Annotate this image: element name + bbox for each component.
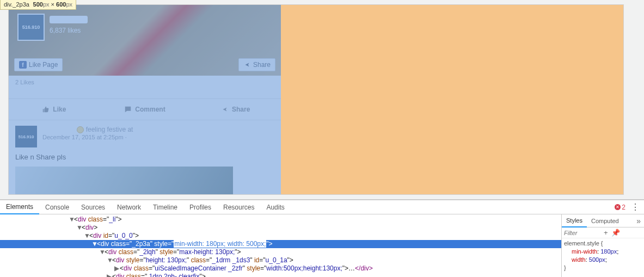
devtools-menu-icon[interactable]: ⋮: [631, 202, 640, 212]
tab-styles[interactable]: Styles: [562, 215, 587, 227]
comment-icon: [124, 106, 132, 113]
css-declaration: width: 500px;: [564, 256, 642, 264]
inspect-margin-overlay: [281, 5, 623, 195]
post-author-redacted: [42, 127, 75, 133]
festive-emoji-icon: [77, 126, 84, 133]
pin-icon[interactable]: 📌: [610, 229, 622, 237]
post-avatar[interactable]: 516.910: [15, 126, 37, 147]
tab-computed[interactable]: Computed: [587, 214, 623, 227]
inspect-tooltip: div._2p3a 500px × 600px: [0, 0, 76, 10]
more-tabs-icon[interactable]: »: [633, 217, 644, 225]
post-actions-bar: Like Comment Share: [9, 99, 281, 120]
share-page-label: Share: [253, 61, 271, 69]
tab-audits[interactable]: Audits: [260, 200, 290, 214]
tab-timeline[interactable]: Timeline: [147, 200, 183, 214]
post-image[interactable]: [15, 167, 233, 195]
post: 516.910 feeling festive at December 17, …: [9, 120, 281, 195]
devtools-panel: Elements Console Sources Network Timelin…: [0, 200, 644, 277]
tab-elements[interactable]: Elements: [0, 201, 39, 214]
dom-tree[interactable]: ▼<div class="_li"> ▼<div> ▼<div id="u_0_…: [0, 214, 561, 277]
styles-filter-input[interactable]: [564, 230, 602, 236]
dom-selected-node: ▼<div class="_2p3a" style="min-width: 18…: [0, 240, 561, 248]
page-name-redacted: [50, 16, 88, 23]
share-icon: [243, 61, 251, 69]
rule-selector: element.style {: [564, 239, 642, 248]
devtools-tabs: Elements Console Sources Network Timelin…: [0, 200, 644, 214]
page-frame: 516.910 6,837 likes f Like Page Share 2 …: [8, 4, 624, 195]
new-style-rule-icon[interactable]: +: [602, 229, 610, 237]
post-share-button[interactable]: Share: [190, 99, 281, 120]
facebook-icon: f: [19, 61, 27, 69]
tab-profiles[interactable]: Profiles: [183, 200, 217, 214]
post-like-button[interactable]: Like: [9, 99, 100, 120]
error-icon: ✕: [615, 204, 621, 210]
share-page-button[interactable]: Share: [238, 58, 275, 71]
styles-filter-row: + 📌: [562, 227, 644, 238]
thumbs-up-icon: [42, 106, 50, 113]
post-location-redacted: [135, 127, 162, 133]
post-meta: feeling festive at December 17, 2015 at …: [42, 126, 274, 141]
rule-close: }: [564, 264, 642, 272]
page-avatar[interactable]: 516.910: [17, 14, 45, 41]
post-location-redacted-2: [128, 135, 237, 141]
styles-panel: Styles Computed » + 📌 element.style { mi…: [561, 214, 644, 277]
cover-photo: 516.910 6,837 likes f Like Page Share: [9, 5, 281, 76]
post-likes-count: 2 Likes: [9, 76, 281, 89]
devtools-body: ▼<div class="_li"> ▼<div> ▼<div id="u_0_…: [0, 214, 644, 277]
css-declaration: min-width: 180px;: [564, 248, 642, 256]
styles-tabs: Styles Computed »: [562, 214, 644, 227]
feed: 2 Likes Like Comment Share: [9, 76, 281, 195]
like-page-button[interactable]: f Like Page: [14, 58, 63, 71]
post-body: Like n Share pls: [15, 147, 274, 164]
post-timestamp: December 17, 2015 at 2:25pm ·: [42, 134, 237, 140]
post-comment-button[interactable]: Comment: [100, 99, 191, 120]
tab-network[interactable]: Network: [111, 200, 147, 214]
like-page-label: Like Page: [29, 61, 58, 69]
browser-viewport: div._2p3a 500px × 600px 516.910 6,837 li…: [0, 0, 644, 200]
tab-resources[interactable]: Resources: [217, 200, 260, 214]
feeling-label: feeling festive at: [86, 126, 133, 133]
style-rules[interactable]: element.style { min-width: 180px; width:…: [562, 238, 644, 273]
error-count[interactable]: ✕2: [615, 204, 625, 211]
tab-console[interactable]: Console: [39, 200, 75, 214]
share-icon: [221, 106, 229, 113]
page-likes-count: 6,837 likes: [50, 27, 81, 34]
tab-sources[interactable]: Sources: [75, 200, 111, 214]
